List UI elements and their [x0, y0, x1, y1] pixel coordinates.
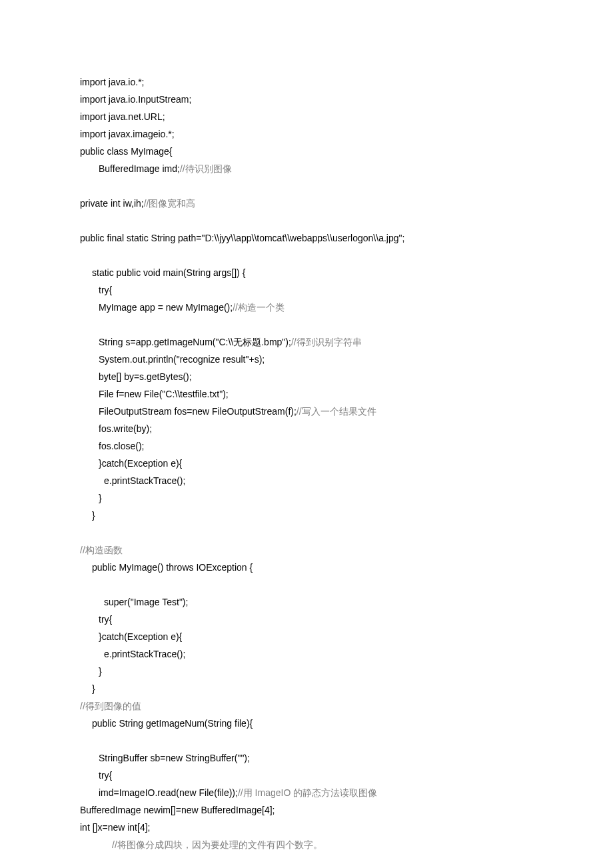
code-line: //将图像分成四块，因为要处理的文件有四个数字。: [80, 836, 533, 853]
code-comment: //图像宽和高: [144, 198, 196, 209]
code-text: try{: [99, 614, 112, 625]
code-comment: //构造函数: [80, 545, 123, 555]
code-line: System.out.println("recognize result"+s)…: [80, 351, 533, 368]
code-line: try{: [80, 767, 533, 784]
code-line: try{: [80, 281, 533, 299]
code-line: public String getImageNum(String file){: [80, 715, 533, 732]
code-text: public class MyImage{: [80, 146, 173, 157]
code-line: private int iw,ih;//图像宽和高: [80, 195, 533, 212]
code-text: BufferedImage newim[]=new BufferedImage[…: [80, 805, 275, 815]
blank-line: [80, 732, 533, 749]
code-line: public final static String path="D:\\jyy…: [80, 229, 533, 247]
code-line: File f=new File("C:\\testfile.txt");: [80, 385, 533, 403]
code-text: fos.close();: [99, 441, 144, 451]
code-comment: //用 ImageIO 的静态方法读取图像: [238, 787, 377, 798]
code-text: import java.net.URL;: [80, 111, 165, 122]
code-text: FileOutputStream fos=new FileOutputStrea…: [99, 406, 297, 417]
code-text: private int iw,ih;: [80, 198, 144, 209]
code-text: }catch(Exception e){: [99, 631, 182, 642]
code-line: }: [80, 489, 533, 507]
code-line: String s=app.getImageNum("C:\\无标题.bmp");…: [80, 333, 533, 351]
blank-line: [80, 316, 533, 333]
code-text: public final static String path="D:\\jyy…: [80, 233, 404, 243]
code-line: try{: [80, 611, 533, 628]
code-line: static public void main(String args[]) {: [80, 264, 533, 281]
code-text: BufferedImage imd;: [99, 163, 180, 174]
code-line: //构造函数: [80, 541, 533, 559]
code-line: e.printStackTrace();: [80, 472, 533, 489]
code-comment: //构造一个类: [233, 302, 285, 313]
blank-line: [80, 177, 533, 195]
code-text: e.printStackTrace();: [104, 475, 185, 486]
code-line: MyImage app = new MyImage();//构造一个类: [80, 299, 533, 316]
code-line: import java.net.URL;: [80, 108, 533, 125]
code-line: fos.write(by);: [80, 420, 533, 437]
code-text: try{: [99, 285, 112, 295]
code-text: fos.write(by);: [99, 423, 152, 434]
code-text: try{: [99, 770, 112, 781]
blank-line: [80, 524, 533, 541]
code-text: int []x=new int[4];: [80, 822, 150, 833]
code-line: import java.io.*;: [80, 73, 533, 91]
code-line: e.printStackTrace();: [80, 645, 533, 663]
blank-line: [80, 212, 533, 229]
code-text: }: [99, 666, 102, 677]
code-line: byte[] by=s.getBytes();: [80, 368, 533, 385]
code-text: import javax.imageio.*;: [80, 129, 175, 139]
code-text: File f=new File("C:\\testfile.txt");: [99, 389, 229, 399]
code-comment: //得到图像的值: [80, 701, 141, 711]
code-text: public String getImageNum(String file){: [92, 718, 253, 729]
code-text: StringBuffer sb=new StringBuffer("");: [99, 753, 250, 763]
code-line: StringBuffer sb=new StringBuffer("");: [80, 749, 533, 767]
blank-line: [80, 247, 533, 264]
code-line: FileOutputStream fos=new FileOutputStrea…: [80, 403, 533, 420]
code-text: String s=app.getImageNum("C:\\无标题.bmp");: [99, 337, 291, 347]
code-line: }: [80, 507, 533, 524]
code-text: static public void main(String args[]) {: [92, 267, 245, 278]
code-comment: //待识别图像: [180, 163, 232, 174]
code-line: import java.io.InputStream;: [80, 91, 533, 108]
code-text: }catch(Exception e){: [99, 458, 182, 469]
code-line: fos.close();: [80, 437, 533, 455]
code-line: public class MyImage{: [80, 143, 533, 160]
code-line: }: [80, 663, 533, 680]
code-text: import java.io.InputStream;: [80, 94, 191, 105]
code-line: super("Image Test");: [80, 593, 533, 611]
code-comment: //写入一个结果文件: [297, 406, 376, 417]
code-line: }: [80, 680, 533, 697]
code-text: }: [92, 510, 95, 521]
code-line: BufferedImage imd;//待识别图像: [80, 160, 533, 177]
code-text: System.out.println("recognize result"+s)…: [99, 354, 265, 365]
code-document: import java.io.*;import java.io.InputStr…: [0, 0, 613, 868]
code-line: int []x=new int[4];: [80, 819, 533, 836]
blank-line: [80, 576, 533, 593]
code-text: byte[] by=s.getBytes();: [99, 371, 192, 382]
code-text: imd=ImageIO.read(new File(file));: [99, 787, 238, 798]
code-text: super("Image Test");: [104, 597, 188, 607]
code-comment: //得到识别字符串: [291, 337, 362, 347]
code-line: public MyImage() throws IOException {: [80, 559, 533, 576]
code-line: BufferedImage newim[]=new BufferedImage[…: [80, 801, 533, 819]
code-text: public MyImage() throws IOException {: [92, 562, 253, 573]
code-line: imd=ImageIO.read(new File(file));//用 Ima…: [80, 784, 533, 801]
code-text: import java.io.*;: [80, 77, 144, 87]
code-text: MyImage app = new MyImage();: [99, 302, 233, 313]
code-line: //得到图像的值: [80, 697, 533, 715]
code-text: e.printStackTrace();: [104, 649, 185, 659]
code-line: }catch(Exception e){: [80, 628, 533, 645]
code-line: }catch(Exception e){: [80, 455, 533, 472]
code-text: }: [99, 493, 102, 503]
code-comment: //将图像分成四块，因为要处理的文件有四个数字。: [112, 839, 322, 850]
code-text: }: [92, 683, 95, 694]
code-line: import javax.imageio.*;: [80, 125, 533, 143]
